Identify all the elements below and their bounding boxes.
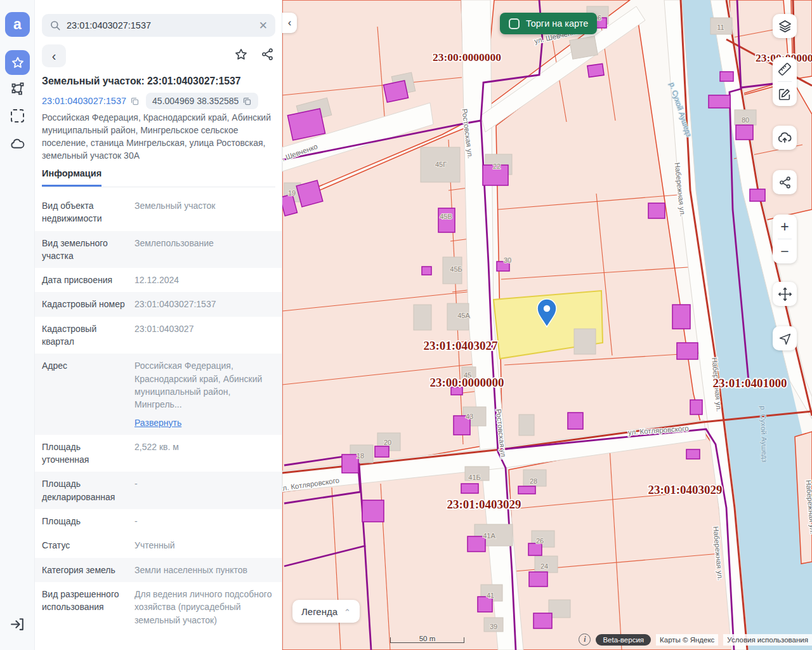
polygon-tool-button[interactable] [0, 81, 35, 96]
pan-control [773, 282, 797, 306]
coordinates-chip[interactable]: 45.004969 38.352585 [146, 93, 258, 109]
attributes-table: Вид объекта недвижимостиЗемельный участо… [35, 194, 282, 632]
back-button[interactable]: ‹ [42, 44, 66, 67]
coordinates-text: 45.004969 38.352585 [152, 96, 239, 106]
row-value: 2,522 кв. м [134, 441, 275, 467]
upload-control [773, 126, 797, 150]
row-label: Площадь уточненная [42, 441, 127, 467]
share-control [773, 170, 797, 194]
row-value: Российская Федерация, Краснодарский край… [134, 361, 262, 409]
share-map-button[interactable] [773, 170, 797, 194]
house-number: 18 [357, 452, 364, 460]
cadastral-number-text: 23:01:0403027:1537 [42, 96, 126, 106]
copy-icon[interactable] [242, 96, 252, 106]
house-number: 43 [466, 413, 473, 420]
share-button[interactable] [261, 48, 274, 61]
row-label: Категория земель [42, 564, 127, 576]
tab-bar: Информация [42, 168, 275, 187]
house-number: 41Б [468, 474, 480, 481]
row-value: 23:01:0403027:1537 [134, 298, 275, 310]
row-label: Площадь [42, 515, 127, 527]
expand-address-link[interactable]: Развернуть [134, 416, 181, 429]
cadastral-label: 23:00:0000000 [429, 376, 504, 389]
search-bar[interactable]: ✕ [42, 14, 275, 37]
house-number: 26 [536, 537, 544, 545]
select-area-tool-button[interactable] [0, 109, 35, 123]
table-row: Площадь- [35, 509, 282, 533]
cloud-icon [10, 136, 25, 152]
row-label: Вид разрешенного использования [42, 588, 127, 627]
star-icon [11, 56, 25, 70]
row-label: Кадастровый номер [42, 298, 127, 310]
cadastral-label: 23:01:0403029 [447, 498, 521, 511]
terms-of-use-link[interactable]: Условия использования [723, 634, 812, 646]
zoom-control: + − [773, 215, 797, 263]
row-value: Учтенный [134, 539, 275, 552]
beta-badge: Beta-версия [596, 634, 651, 646]
row-value: Для ведения личного подсобного хозяйства… [134, 588, 275, 627]
house-number: 39 [490, 623, 497, 630]
house-number: 45А [457, 312, 470, 319]
cloud-tool-button[interactable] [0, 136, 35, 152]
zoom-in-button[interactable]: + [773, 215, 797, 239]
table-row: Площадь декларированная- [35, 472, 282, 509]
table-row: Кадастровый квартал23:01:0403027 [35, 317, 282, 354]
row-value: 12.12.2024 [134, 274, 275, 286]
favorite-star-button[interactable] [234, 48, 248, 62]
parcel-info-panel: ✕ ‹ Земельный участок: 23:01:0403027:153… [35, 0, 282, 650]
info-icon[interactable]: i [579, 633, 591, 646]
login-button[interactable] [0, 616, 35, 632]
ruler-icon [778, 62, 792, 76]
edit-button[interactable] [773, 82, 797, 106]
house-number: 45В [440, 213, 452, 220]
pan-button[interactable] [773, 282, 797, 306]
house-number: 41 [487, 592, 494, 599]
cadastral-label: 23:01:0403029 [648, 483, 722, 496]
polygon-tool-icon [10, 81, 25, 96]
favorites-tool-button[interactable] [5, 50, 30, 75]
cadastral-label: 23:01:0401000 [712, 376, 787, 390]
page-title: Земельный участок: 23:01:0403027:1537 [42, 76, 275, 87]
nspd-cadastral-map-app: a ✕ ‹ [0, 0, 812, 650]
house-number: 80 [742, 116, 749, 124]
map-graphics: 45Г 22 30 45В 45Б 45А 45 43 20 18 28 41Б… [282, 0, 812, 650]
table-row: Вид разрешенного использованияДля ведени… [35, 582, 282, 632]
logo-icon: a [13, 16, 22, 33]
tab-information[interactable]: Информация [42, 168, 102, 187]
checkbox-icon[interactable] [509, 18, 520, 29]
map-canvas[interactable]: 45Г 22 30 45В 45Б 45А 45 43 20 18 28 41Б… [282, 0, 812, 650]
zoom-out-button[interactable]: − [773, 239, 797, 263]
table-row: Кадастровый номер23:01:0403027:1537 [35, 292, 282, 316]
search-input[interactable] [67, 20, 253, 30]
table-row: Вид объекта недвижимостиЗемельный участо… [35, 194, 282, 231]
upload-button[interactable] [773, 126, 797, 150]
house-number: 45Г [435, 161, 447, 168]
app-logo[interactable]: a [5, 12, 30, 37]
clear-search-icon[interactable]: ✕ [259, 19, 268, 32]
scale-bar: 50 m [390, 634, 464, 644]
ruler-button[interactable] [773, 57, 797, 81]
house-number: 28 [530, 477, 537, 485]
layers-button[interactable] [773, 14, 797, 38]
maps-copyright[interactable]: Карты © Яндекс [656, 634, 718, 646]
row-value: 23:01:0403027 [134, 322, 275, 348]
edit-pencil-icon [778, 87, 792, 101]
table-row: Площадь уточненная2,522 кв. м [35, 435, 282, 472]
row-label: Статус [42, 539, 127, 552]
row-value: Земельный участок [134, 199, 275, 225]
parcel-address: Российская Федерация, Краснодарский край… [42, 111, 275, 162]
house-number: 45Б [450, 265, 462, 273]
copy-icon[interactable] [130, 96, 140, 106]
row-label: Кадастровый квартал [42, 322, 127, 348]
plus-icon: + [780, 220, 789, 234]
cadastral-label: 23:00:0000000 [433, 51, 501, 63]
dashed-select-icon [11, 109, 24, 123]
login-icon [10, 616, 25, 632]
legend-button[interactable]: Легенда ⌃ [292, 600, 360, 623]
search-icon [49, 20, 61, 31]
cadastral-number-chip[interactable]: 23:01:0403027:1537 [42, 96, 140, 106]
locate-button[interactable] [773, 326, 797, 350]
navigation-arrow-icon [778, 332, 792, 345]
auction-map-toggle[interactable]: Торги на карте [500, 13, 597, 34]
collapse-panel-button[interactable]: ‹ [282, 13, 297, 33]
